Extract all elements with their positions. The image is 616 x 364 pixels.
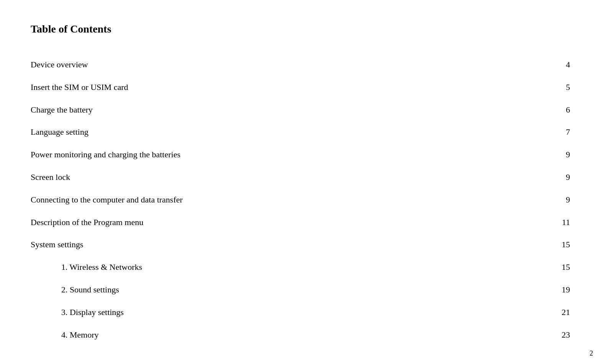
toc-item-page: 9	[566, 149, 570, 161]
toc-item-label: 4. Memory	[61, 329, 554, 341]
toc-item-page: 19	[562, 284, 570, 296]
toc-item-label: Insert the SIM or USIM card	[31, 82, 558, 93]
toc-item-page: 7	[566, 126, 570, 138]
toc-item: Charge the battery6	[31, 99, 570, 121]
toc-item-label: Power monitoring and charging the batter…	[31, 149, 558, 161]
toc-item-page: 21	[562, 307, 570, 318]
toc-item-label: Device overview	[31, 59, 558, 71]
toc-item-label: Screen lock	[31, 171, 558, 183]
toc-item-page: 11	[562, 217, 570, 229]
toc-item-label: 3. Display settings	[61, 307, 554, 318]
toc-item-page: 23	[562, 329, 570, 341]
toc-item: Power monitoring and charging the batter…	[31, 144, 570, 166]
toc-item-label: Connecting to the computer and data tran…	[31, 194, 558, 206]
toc-item: 2. Sound settings19	[31, 279, 570, 301]
toc-item: Insert the SIM or USIM card5	[31, 76, 570, 99]
toc-item-page: 15	[562, 239, 570, 251]
toc-item-page: 9	[566, 171, 570, 183]
page-title: Table of Contents	[31, 23, 570, 35]
toc-item-page: 9	[566, 194, 570, 206]
toc-item: Screen lock9	[31, 166, 570, 189]
toc-item-label: System settings	[31, 239, 554, 251]
toc-item: Language setting7	[31, 121, 570, 144]
toc-item: Connecting to the computer and data tran…	[31, 189, 570, 211]
toc-item-page: 4	[566, 59, 570, 71]
toc-item-label: 2. Sound settings	[61, 284, 554, 296]
toc-item-page: 5	[566, 82, 570, 93]
toc-item: 3. Display settings21	[31, 301, 570, 324]
toc-item: System settings15	[31, 233, 570, 256]
toc-item-label: Language setting	[31, 126, 558, 138]
toc-item: Description of the Program menu11	[31, 211, 570, 234]
toc-item-label: Charge the battery	[31, 104, 558, 116]
toc-item-label: 1. Wireless & Networks	[61, 261, 554, 273]
toc-item-page: 15	[562, 261, 570, 273]
toc-item: Device overview4	[31, 54, 570, 76]
toc-item: 4. Memory23	[31, 324, 570, 346]
page-number: 2	[590, 349, 593, 357]
toc-item-page: 6	[566, 104, 570, 116]
toc-item-label: Description of the Program menu	[31, 217, 554, 229]
toc-item: 1. Wireless & Networks15	[31, 256, 570, 279]
table-of-contents: Device overview4Insert the SIM or USIM c…	[31, 54, 570, 346]
